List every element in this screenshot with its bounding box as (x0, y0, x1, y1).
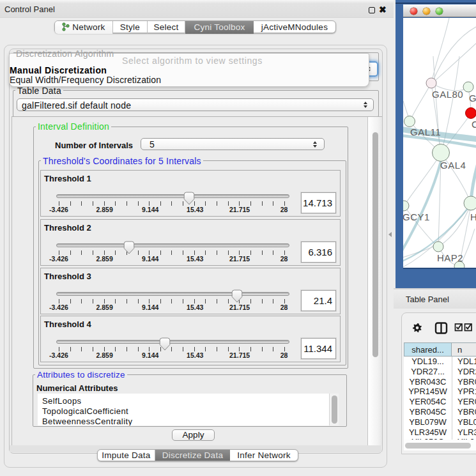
svg-text:GCY1: GCY1 (403, 211, 430, 222)
svg-text:GAL4: GAL4 (440, 160, 466, 171)
svg-text:GAL11: GAL11 (410, 127, 441, 137)
svg-text:H: H (470, 211, 476, 222)
svg-text:C: C (472, 119, 476, 130)
svg-text:GAL80: GAL80 (432, 89, 463, 100)
svg-text:HAP2: HAP2 (437, 252, 463, 263)
svg-text:G.: G. (469, 93, 476, 104)
